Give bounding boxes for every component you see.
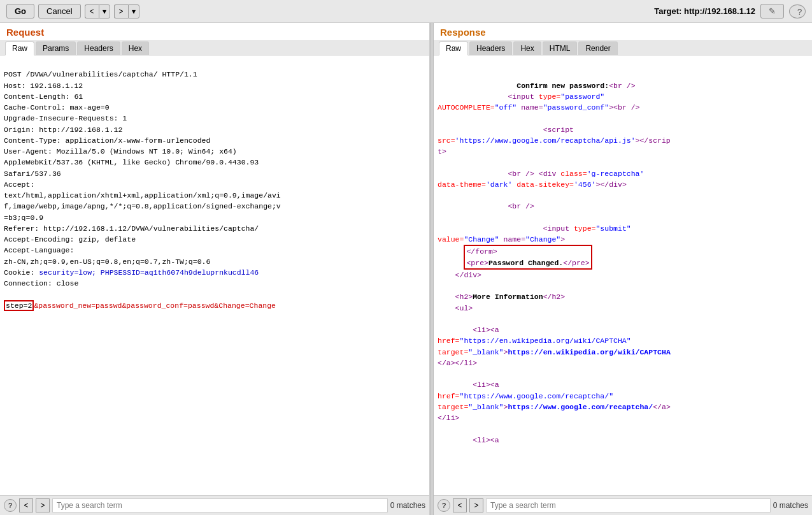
res-indent4 <box>438 202 508 210</box>
response-next-button[interactable]: > <box>469 498 483 512</box>
request-pane: Request Raw Params Headers Hex POST /DVW… <box>0 23 430 515</box>
res-form-pre-wrap <box>438 259 464 267</box>
res-autocomplete-val: "off" <box>495 103 517 112</box>
res-br4: <br /> <box>508 202 534 210</box>
res-theme-attr: data-theme= <box>438 180 486 189</box>
response-pane: Response Raw Headers Hex HTML Render Con… <box>434 23 812 515</box>
res-password-changed: Password Changed. <box>488 259 563 267</box>
response-title: Response <box>434 23 812 40</box>
req-cookie-highlight: security=low; PHPSESSID=aq1th6074h9delup… <box>39 268 259 277</box>
forward-button[interactable]: > <box>114 4 128 18</box>
target-label: Target: http://192.168.1.12 <box>654 6 755 16</box>
forward-dropdown-button[interactable]: ▾ <box>128 4 139 18</box>
req-step-highlight: step=2 <box>4 300 34 311</box>
res-href2-val: "https://www.google.com/recaptcha/" <box>460 392 614 400</box>
res-sitekey-attr: data-sitekey= <box>512 180 574 189</box>
request-search-bar: ? < > 0 matches <box>0 495 429 515</box>
res-name-val: "password_conf" <box>543 103 609 112</box>
res-type-val: "password" <box>560 92 604 101</box>
res-target1-val: "_blank" <box>468 348 503 356</box>
res-indent9 <box>438 381 473 389</box>
res-form-close: </form> <box>466 247 497 256</box>
res-h2-open: <h2> <box>455 293 473 301</box>
res-input2-open: <input <box>543 224 574 233</box>
response-tab-render[interactable]: Render <box>578 41 617 55</box>
res-indent1 <box>438 92 508 101</box>
res-a3-open: <a <box>490 436 499 444</box>
res-src-attr: src= <box>438 136 455 145</box>
response-help-button[interactable]: ? <box>438 499 450 512</box>
res-value-attr: value= <box>438 235 464 243</box>
res-src-val: 'https://www.google.com/recaptcha/api.js… <box>455 136 636 145</box>
res-div-end <box>438 271 455 279</box>
res-name-attr: name= <box>516 103 543 112</box>
res-value-val: "Change" <box>464 235 499 243</box>
res-li2-close: </li> <box>438 414 460 422</box>
help-toolbar-button[interactable]: ? <box>789 4 806 18</box>
res-href1-val: "https://en.wikipedia.org/wiki/CAPTCHA" <box>460 337 631 345</box>
res-a2-close: </a> <box>653 403 671 411</box>
req-body-rest: &password_new=passwd&password_conf=passw… <box>34 301 276 310</box>
edit-target-button[interactable]: ✎ <box>760 4 784 18</box>
request-tab-headers[interactable]: Headers <box>77 41 120 55</box>
response-search-input[interactable] <box>486 498 771 512</box>
request-prev-button[interactable]: < <box>19 498 33 512</box>
res-class-val: 'g-recaptcha' <box>587 170 645 178</box>
request-tab-params[interactable]: Params <box>36 41 76 55</box>
request-help-button[interactable]: ? <box>4 499 17 512</box>
res-class-attr: class= <box>560 170 587 178</box>
response-match-count: 0 matches <box>773 501 808 510</box>
forward-nav-group: > ▾ <box>114 4 139 18</box>
res-input2-close: > <box>560 235 565 243</box>
res-sitekey-val: '456' <box>574 180 596 189</box>
request-next-button[interactable]: > <box>36 498 50 512</box>
res-theme-val: 'dark' <box>486 180 512 189</box>
res-indent3 <box>438 170 508 178</box>
target-info: Target: http://192.168.1.12 ✎ ? <box>654 4 806 18</box>
res-autocomplete-attr: AUTOCOMPLETE= <box>438 103 495 112</box>
res-div-close: </div> <box>455 271 481 279</box>
res-indent7 <box>438 304 455 312</box>
res-target1-attr: target= <box>438 348 468 356</box>
response-prev-button[interactable]: < <box>453 498 467 512</box>
back-dropdown-button[interactable]: ▾ <box>99 4 110 18</box>
go-button[interactable]: Go <box>6 4 34 18</box>
res-div-open: <div <box>539 170 561 178</box>
res-h2-close: </h2> <box>543 293 566 301</box>
res-br2: <br /> <box>613 103 639 112</box>
request-content[interactable]: POST /DVWA/vulnerabilities/captcha/ HTTP… <box>0 55 429 495</box>
res-form-highlight: </form> <pre>Password Changed.</pre> <box>464 245 592 270</box>
res-type2-attr: type= <box>574 224 596 233</box>
request-search-input[interactable] <box>52 498 388 512</box>
res-li2-open: <li> <box>473 381 490 389</box>
res-script-open: <script <box>543 126 574 134</box>
res-pre-close: </pre> <box>563 259 589 267</box>
res-indent2 <box>438 126 543 134</box>
response-content[interactable]: Confirm new password:<br /> <input type=… <box>434 55 812 495</box>
response-tab-html[interactable]: HTML <box>543 41 578 55</box>
res-br1: <br /> <box>609 82 635 90</box>
res-more-info: More Information <box>473 293 543 301</box>
back-button[interactable]: < <box>85 4 99 18</box>
request-title: Request <box>0 23 429 40</box>
response-tab-headers[interactable]: Headers <box>469 41 512 55</box>
res-li3-open: <li> <box>473 436 490 444</box>
cancel-button[interactable]: Cancel <box>38 4 80 18</box>
res-ul-open: <ul> <box>455 304 473 312</box>
res-indent6 <box>438 293 455 301</box>
res-type-attr: type= <box>539 92 561 101</box>
response-tab-hex[interactable]: Hex <box>513 41 541 55</box>
res-div-close-open: ></div> <box>595 180 626 189</box>
res-indent8 <box>438 326 473 334</box>
res-pre-open: <pre> <box>466 259 488 267</box>
request-tab-bar: Raw Params Headers Hex <box>0 40 429 55</box>
request-tab-hex[interactable]: Hex <box>122 41 149 55</box>
request-tab-raw[interactable]: Raw <box>5 41 34 55</box>
res-a1-open: <a <box>490 326 499 334</box>
res-indent10 <box>438 436 473 444</box>
response-tab-raw[interactable]: Raw <box>439 41 468 55</box>
res-a2-open: <a <box>490 381 499 389</box>
main-toolbar: Go Cancel < ▾ > ▾ Target: http://192.168… <box>0 0 812 23</box>
response-search-bar: ? < > 0 matches <box>434 495 812 515</box>
res-name2-val: "Change" <box>525 235 560 243</box>
